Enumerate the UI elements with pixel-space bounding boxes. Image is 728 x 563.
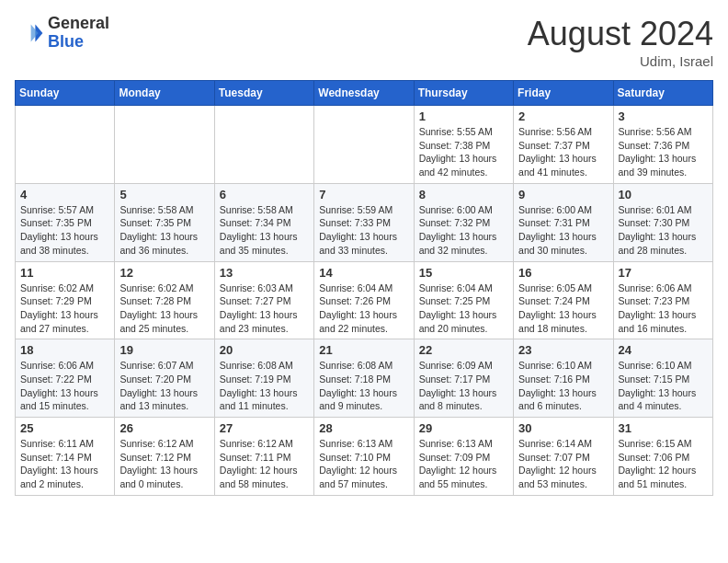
weekday-header-sunday: Sunday (16, 81, 115, 106)
calendar-cell: 14Sunrise: 6:04 AM Sunset: 7:26 PM Dayli… (314, 261, 414, 339)
day-number: 1 (419, 109, 508, 123)
day-info: Sunrise: 6:00 AM Sunset: 7:32 PM Dayligh… (419, 203, 508, 258)
day-number: 24 (619, 343, 708, 357)
day-number: 4 (20, 188, 109, 201)
day-info: Sunrise: 6:12 AM Sunset: 7:12 PM Dayligh… (119, 437, 209, 491)
calendar-cell: 4Sunrise: 5:57 AM Sunset: 7:35 PM Daylig… (16, 183, 115, 261)
day-info: Sunrise: 6:13 AM Sunset: 7:09 PM Dayligh… (419, 437, 508, 491)
day-info: Sunrise: 6:04 AM Sunset: 7:25 PM Dayligh… (419, 282, 508, 336)
day-info: Sunrise: 6:03 AM Sunset: 7:27 PM Dayligh… (220, 282, 309, 336)
day-number: 9 (518, 188, 608, 201)
calendar-cell: 23Sunrise: 6:10 AM Sunset: 7:16 PM Dayli… (514, 339, 613, 418)
logo-icon (15, 18, 44, 48)
week-row-2: 4Sunrise: 5:57 AM Sunset: 7:35 PM Daylig… (16, 183, 713, 261)
week-row-3: 11Sunrise: 6:02 AM Sunset: 7:29 PM Dayli… (16, 261, 713, 339)
calendar-cell: 21Sunrise: 6:08 AM Sunset: 7:18 PM Dayli… (314, 339, 414, 418)
day-number: 8 (419, 188, 508, 201)
day-info: Sunrise: 6:11 AM Sunset: 7:14 PM Dayligh… (20, 437, 109, 491)
day-number: 22 (419, 343, 508, 357)
day-info: Sunrise: 5:59 AM Sunset: 7:33 PM Dayligh… (319, 203, 408, 258)
day-info: Sunrise: 6:15 AM Sunset: 7:06 PM Dayligh… (619, 437, 708, 491)
location: Udim, Israel (528, 53, 713, 69)
weekday-header-monday: Monday (115, 81, 214, 106)
calendar-cell: 12Sunrise: 6:02 AM Sunset: 7:28 PM Dayli… (115, 261, 214, 339)
calendar-cell: 17Sunrise: 6:06 AM Sunset: 7:23 PM Dayli… (613, 261, 712, 339)
page-header: General Blue August 2024 Udim, Israel (15, 15, 713, 69)
logo-text: General Blue (48, 15, 109, 52)
day-info: Sunrise: 6:10 AM Sunset: 7:16 PM Dayligh… (518, 359, 608, 413)
day-info: Sunrise: 6:06 AM Sunset: 7:23 PM Dayligh… (619, 282, 708, 336)
day-number: 20 (220, 343, 309, 357)
day-number: 28 (319, 421, 408, 435)
calendar-cell: 7Sunrise: 5:59 AM Sunset: 7:33 PM Daylig… (314, 183, 414, 261)
day-info: Sunrise: 5:58 AM Sunset: 7:35 PM Dayligh… (119, 203, 209, 258)
calendar-cell: 19Sunrise: 6:07 AM Sunset: 7:20 PM Dayli… (115, 339, 214, 418)
week-row-1: 1Sunrise: 5:55 AM Sunset: 7:38 PM Daylig… (16, 106, 713, 184)
calendar-cell: 13Sunrise: 6:03 AM Sunset: 7:27 PM Dayli… (214, 261, 313, 339)
weekday-header-wednesday: Wednesday (314, 81, 414, 106)
day-number: 23 (518, 343, 608, 357)
calendar-cell: 27Sunrise: 6:12 AM Sunset: 7:11 PM Dayli… (214, 418, 313, 496)
calendar-cell (214, 106, 313, 184)
calendar-cell (314, 106, 414, 184)
calendar-cell: 18Sunrise: 6:06 AM Sunset: 7:22 PM Dayli… (16, 339, 115, 418)
calendar-cell: 25Sunrise: 6:11 AM Sunset: 7:14 PM Dayli… (16, 418, 115, 496)
calendar-cell: 6Sunrise: 5:58 AM Sunset: 7:34 PM Daylig… (214, 183, 313, 261)
calendar-cell: 2Sunrise: 5:56 AM Sunset: 7:37 PM Daylig… (514, 106, 613, 184)
day-number: 21 (319, 343, 408, 357)
weekday-header-friday: Friday (514, 81, 613, 106)
day-info: Sunrise: 6:13 AM Sunset: 7:10 PM Dayligh… (319, 437, 408, 491)
day-info: Sunrise: 6:06 AM Sunset: 7:22 PM Dayligh… (20, 359, 109, 413)
day-info: Sunrise: 5:55 AM Sunset: 7:38 PM Dayligh… (419, 125, 508, 179)
day-info: Sunrise: 6:14 AM Sunset: 7:07 PM Dayligh… (518, 437, 608, 491)
day-number: 26 (119, 421, 209, 435)
day-number: 18 (20, 343, 109, 357)
calendar-cell: 30Sunrise: 6:14 AM Sunset: 7:07 PM Dayli… (514, 418, 613, 496)
day-info: Sunrise: 6:10 AM Sunset: 7:15 PM Dayligh… (619, 359, 708, 413)
calendar-cell: 22Sunrise: 6:09 AM Sunset: 7:17 PM Dayli… (414, 339, 513, 418)
calendar-cell (115, 106, 214, 184)
day-info: Sunrise: 5:56 AM Sunset: 7:36 PM Dayligh… (619, 125, 708, 179)
day-number: 3 (619, 109, 708, 123)
day-number: 10 (619, 188, 708, 201)
calendar-cell: 11Sunrise: 6:02 AM Sunset: 7:29 PM Dayli… (16, 261, 115, 339)
day-number: 16 (518, 266, 608, 280)
day-number: 2 (518, 109, 608, 123)
day-number: 19 (119, 343, 209, 357)
day-number: 29 (419, 421, 508, 435)
day-number: 7 (319, 188, 408, 201)
title-block: August 2024 Udim, Israel (528, 15, 713, 69)
calendar-cell: 24Sunrise: 6:10 AM Sunset: 7:15 PM Dayli… (613, 339, 712, 418)
day-number: 13 (220, 266, 309, 280)
day-number: 5 (119, 188, 209, 201)
day-info: Sunrise: 6:02 AM Sunset: 7:28 PM Dayligh… (119, 282, 209, 336)
day-info: Sunrise: 6:08 AM Sunset: 7:18 PM Dayligh… (319, 359, 408, 413)
calendar-cell: 8Sunrise: 6:00 AM Sunset: 7:32 PM Daylig… (414, 183, 513, 261)
day-number: 6 (220, 188, 309, 201)
calendar-table: SundayMondayTuesdayWednesdayThursdayFrid… (15, 80, 713, 496)
week-row-5: 25Sunrise: 6:11 AM Sunset: 7:14 PM Dayli… (16, 418, 713, 496)
day-info: Sunrise: 5:58 AM Sunset: 7:34 PM Dayligh… (220, 203, 309, 258)
calendar-cell: 10Sunrise: 6:01 AM Sunset: 7:30 PM Dayli… (613, 183, 712, 261)
day-number: 17 (619, 266, 708, 280)
day-number: 27 (220, 421, 309, 435)
calendar-cell: 5Sunrise: 5:58 AM Sunset: 7:35 PM Daylig… (115, 183, 214, 261)
day-info: Sunrise: 5:56 AM Sunset: 7:37 PM Dayligh… (518, 125, 608, 179)
day-info: Sunrise: 6:01 AM Sunset: 7:30 PM Dayligh… (619, 203, 708, 258)
day-number: 14 (319, 266, 408, 280)
day-info: Sunrise: 6:07 AM Sunset: 7:20 PM Dayligh… (119, 359, 209, 413)
day-info: Sunrise: 6:08 AM Sunset: 7:19 PM Dayligh… (220, 359, 309, 413)
day-number: 12 (119, 266, 209, 280)
calendar-cell: 3Sunrise: 5:56 AM Sunset: 7:36 PM Daylig… (613, 106, 712, 184)
day-info: Sunrise: 6:09 AM Sunset: 7:17 PM Dayligh… (419, 359, 508, 413)
weekday-header-tuesday: Tuesday (214, 81, 313, 106)
day-info: Sunrise: 6:05 AM Sunset: 7:24 PM Dayligh… (518, 282, 608, 336)
day-number: 15 (419, 266, 508, 280)
day-info: Sunrise: 6:02 AM Sunset: 7:29 PM Dayligh… (20, 282, 109, 336)
logo-general-text: General (48, 15, 109, 33)
logo-blue-text: Blue (48, 33, 109, 52)
day-info: Sunrise: 5:57 AM Sunset: 7:35 PM Dayligh… (20, 203, 109, 258)
day-number: 31 (619, 421, 708, 435)
day-info: Sunrise: 6:00 AM Sunset: 7:31 PM Dayligh… (518, 203, 608, 258)
weekday-header-saturday: Saturday (613, 81, 712, 106)
